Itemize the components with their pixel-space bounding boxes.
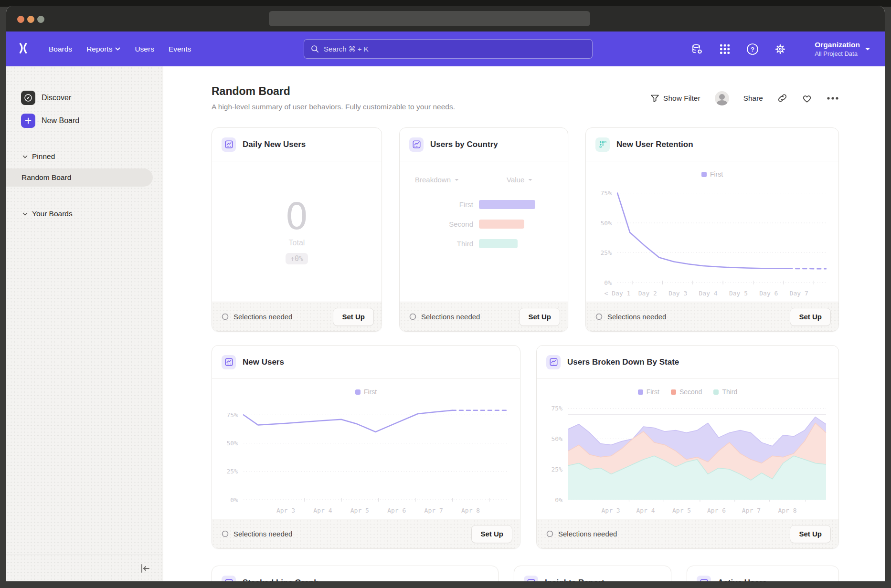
browser-window: Boards Reports Users Events Search ⌘ + K (6, 6, 885, 581)
settings-gear-icon[interactable] (774, 43, 786, 55)
search-input[interactable]: Search ⌘ + K (304, 39, 593, 59)
svg-text:< Day 1: < Day 1 (605, 290, 631, 297)
set-up-button[interactable]: Set Up (790, 525, 831, 543)
set-up-button[interactable]: Set Up (790, 308, 831, 326)
apps-grid-icon[interactable] (719, 43, 731, 55)
breakdown-row: Third (400, 239, 568, 248)
page-title: Random Board (212, 85, 455, 98)
line-chart-icon (409, 137, 424, 152)
svg-text:Day 6: Day 6 (759, 290, 778, 297)
sidebar: Discover New Board Pinned Random Board Y… (6, 66, 163, 581)
svg-text:Apr 4: Apr 4 (313, 507, 332, 514)
nav-item-label: Reports (86, 45, 112, 53)
card-new-user-retention: New User Retention First 75%50%25%0%< Da… (585, 127, 839, 332)
svg-text:Day 4: Day 4 (699, 290, 718, 297)
sidebar-section-label: Your Boards (32, 210, 73, 218)
nav-item-label: Boards (49, 45, 72, 53)
svg-text:Apr 3: Apr 3 (276, 507, 295, 514)
svg-text:Apr 4: Apr 4 (636, 507, 655, 514)
browser-address-bar[interactable] (269, 11, 590, 26)
top-navbar: Boards Reports Users Events Search ⌘ + K (6, 32, 885, 66)
window-titlebar (6, 6, 885, 32)
svg-text:50%: 50% (552, 435, 563, 442)
value-dropdown[interactable]: Value (507, 176, 532, 184)
more-options-button[interactable] (827, 96, 839, 100)
search-icon (311, 45, 319, 53)
legend-item: First (638, 388, 659, 396)
heart-icon (802, 94, 812, 103)
mixpanel-logo-icon[interactable] (17, 42, 30, 56)
card-users-by-country: Users by Country Breakdown Value (399, 127, 568, 332)
chart-legend: First (212, 386, 520, 398)
set-up-button[interactable]: Set Up (471, 525, 512, 543)
sidebar-section-pinned[interactable]: Pinned (6, 150, 163, 163)
share-button[interactable]: Share (743, 94, 763, 103)
svg-text:25%: 25% (601, 249, 612, 256)
org-project-switcher[interactable]: Organization All Project Data (815, 32, 870, 66)
circle-status-icon (409, 313, 416, 320)
maximize-window-button[interactable] (37, 16, 44, 23)
card-title: Stacked Line Graph (243, 578, 319, 581)
sidebar-item-new-board[interactable]: New Board (6, 110, 163, 131)
nav-item-reports[interactable]: Reports (86, 45, 120, 53)
minimize-window-button[interactable] (27, 16, 34, 23)
nav-item-users[interactable]: Users (135, 45, 154, 53)
help-icon[interactable]: ? (746, 43, 759, 55)
svg-text:Apr 7: Apr 7 (742, 507, 761, 514)
sidebar-footer (6, 555, 163, 581)
sidebar-section-your-boards[interactable]: Your Boards (6, 208, 163, 220)
nav-item-events[interactable]: Events (169, 45, 191, 53)
circle-status-icon (222, 313, 229, 320)
card-title: Active Users (718, 578, 767, 581)
breakdown-row: First (400, 200, 568, 209)
legend-item: Second (671, 388, 702, 396)
set-up-button[interactable]: Set Up (333, 308, 374, 326)
svg-text:Apr 7: Apr 7 (424, 507, 443, 514)
nav-item-label: Events (169, 45, 191, 53)
line-chart-icon (697, 576, 711, 581)
collapse-sidebar-icon[interactable] (139, 563, 151, 574)
chevron-down-icon (455, 178, 459, 181)
svg-text:0%: 0% (604, 279, 612, 286)
chevron-down-icon (22, 212, 28, 216)
line-chart-icon (222, 137, 236, 152)
avatar[interactable] (715, 91, 729, 105)
card-daily-new-users: Daily New Users 0 Total ↑0% (212, 127, 382, 332)
chevron-down-icon (865, 47, 870, 51)
svg-text:0%: 0% (230, 496, 238, 504)
bar-third (479, 239, 518, 248)
svg-text:Apr 8: Apr 8 (778, 507, 796, 514)
new-users-chart: 75%50%25%0%Apr 3Apr 4Apr 5Apr 6Apr 7Apr … (216, 400, 516, 518)
favorite-button[interactable] (802, 94, 812, 103)
svg-text:50%: 50% (601, 220, 612, 227)
svg-text:75%: 75% (601, 189, 612, 197)
sidebar-item-discover[interactable]: Discover (6, 87, 163, 108)
sidebar-item-label: Discover (42, 94, 71, 102)
svg-text:Day 3: Day 3 (668, 290, 687, 297)
svg-text:75%: 75% (227, 411, 238, 419)
card-title: Daily New Users (243, 140, 306, 149)
close-window-button[interactable] (17, 16, 24, 23)
show-filter-button[interactable]: Show Filter (650, 94, 700, 103)
svg-text:Apr 8: Apr 8 (461, 507, 480, 514)
nav-item-boards[interactable]: Boards (49, 45, 72, 53)
legend-item: First (701, 170, 723, 178)
card-title: New User Retention (616, 140, 693, 149)
sidebar-item-random-board[interactable]: Random Board (6, 168, 153, 187)
chart-legend: First (586, 168, 838, 180)
state-area-chart: 75%50%25%0%Apr 3Apr 4Apr 5Apr 6Apr 7Apr … (541, 400, 835, 518)
sidebar-item-label: Random Board (21, 173, 71, 182)
metric-value: 0 (285, 199, 308, 235)
svg-text:Day 5: Day 5 (729, 290, 748, 297)
breakdown-dropdown[interactable]: Breakdown (415, 176, 459, 184)
set-up-button[interactable]: Set Up (519, 308, 560, 326)
card-new-users: New Users First 75%50%25%0%Apr 3Apr 4Apr… (212, 345, 520, 549)
svg-text:25%: 25% (552, 466, 563, 473)
line-chart-icon (524, 576, 538, 581)
status-selections-needed: Selections needed (409, 313, 480, 321)
metric-label: Total (289, 239, 305, 247)
data-management-icon[interactable] (691, 43, 703, 55)
circle-status-icon (222, 530, 229, 537)
sidebar-section-label: Pinned (32, 152, 55, 161)
copy-link-button[interactable] (777, 93, 787, 103)
